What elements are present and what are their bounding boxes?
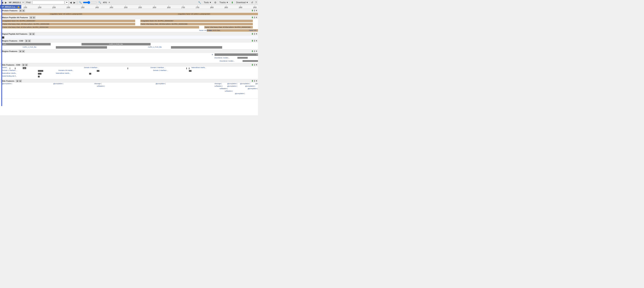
protein-nav-group: ◀ ▶ (19, 9, 25, 12)
domain-tick-1[interactable]: || (23, 67, 26, 69)
mature-bar-1a[interactable]: Coagulation factor VIII. /id=PRO_0000002… (2, 20, 135, 22)
mature-bar-2a[interactable]: Factor VIIIa heavy chain, 200 kDa isofor… (2, 23, 135, 25)
lock-icon: 🔒 (17, 5, 20, 8)
mature-bar-1b[interactable]: Coagulation factor VIII. /id=PRO_0000002… (140, 20, 253, 22)
accession-label: NP_000123.1 (8, 1, 22, 3)
domain1-ticks[interactable] (38, 70, 43, 72)
help-button[interactable]: ? (255, 1, 257, 4)
heterodimer-mid-ticks[interactable] (89, 73, 91, 75)
protein-info-icon[interactable]: ℹ (254, 9, 255, 12)
main-content: Protein Features ◀ ▶ ⬇ ℹ ✕ coagulation f… (0, 9, 258, 115)
mature-bar-3b[interactable]: Factor VIIIa heavy chain, 92 kDa isoform… (204, 26, 253, 28)
cur-bar[interactable]: CuR... (2, 43, 51, 45)
site-cdd-info-icon[interactable]: ℹ (254, 64, 255, 66)
ruler-tick-200: |200 (38, 5, 41, 8)
protein-prev-btn[interactable]: ◀ (19, 9, 22, 12)
region-cdd-prev-btn[interactable]: ◀ (25, 40, 28, 42)
region-cdd-close-icon[interactable]: ✕ (256, 40, 257, 42)
ruler-tick-550: |550 (138, 5, 142, 8)
mature-bar-3a-label: Factor VIIIa heavy chain, 92 kDa isoform… (2, 26, 49, 28)
site-cdd-download-icon[interactable]: ⬇ (252, 64, 253, 66)
gear-icon[interactable]: ⚙ (214, 1, 217, 4)
signal-close-icon[interactable]: ✕ (256, 33, 257, 35)
wrench-icon[interactable]: 🔧 (198, 1, 202, 4)
region-cdd-row2: CuRO_2_FUIII_like CuRO_4_FUIII_like (2, 46, 258, 49)
curo4-bar[interactable] (171, 46, 222, 49)
region-next-btn[interactable]: ▶ (22, 50, 25, 52)
refresh-button[interactable]: ↺ (250, 1, 254, 4)
zoom-slider[interactable] (83, 1, 97, 4)
curo2-bar[interactable] (56, 46, 107, 49)
glycosylation-4: glycosylation | (227, 83, 237, 85)
region-features-track: Region Features ◀ ▶ ⬇ ℹ ✕ B B (0, 49, 258, 63)
protein-bar-1[interactable]: coagulation factor VIII isoform a prepro… (2, 13, 258, 15)
region-info-icon[interactable]: ℹ (254, 50, 255, 52)
site-cdd-close-icon[interactable]: ✕ (256, 64, 257, 66)
site-cdd-next-btn[interactable]: ▶ (25, 64, 28, 66)
domain2-ticks[interactable] (189, 70, 192, 72)
toolbar-right: 🔧 Tools ▼ ⚙ Tracks ▼ ⬇ Download ▼ ↺ ? (198, 1, 257, 4)
region-cdd-next-btn[interactable]: ▶ (28, 40, 31, 42)
find-dropdown[interactable]: ▼ (65, 1, 68, 4)
metal-ticks[interactable] (38, 76, 40, 77)
curo3-bar[interactable]: CuRO_3_FUIII_like (82, 43, 150, 45)
dropdown-arrow[interactable]: ▼ (22, 1, 24, 3)
zoom-in-button[interactable]: 🔍 (78, 1, 82, 4)
protein-close-icon[interactable]: ✕ (256, 9, 257, 12)
mature-bar-2b[interactable]: Factor VIIIa heavy chain, 200 kDa isofor… (140, 23, 253, 25)
signal-next-btn[interactable]: ▶ (32, 33, 35, 35)
cleavage-2: cleavage | (214, 83, 222, 85)
nav-back-button[interactable]: ◀ (69, 1, 72, 4)
atg-button[interactable]: ATG (102, 1, 107, 4)
signal-info-icon[interactable]: ℹ (254, 33, 255, 35)
region-header-icons: ⬇ ℹ ✕ (252, 50, 257, 52)
sequence-ruler: NP_000123.1:p... 🔒 |150|200|250|300|350|… (0, 5, 258, 9)
site-cdd-prev-btn[interactable]: ◀ (22, 64, 25, 66)
mature-peptide-label: Mature Peptide AA Features (2, 16, 28, 18)
site-download-icon[interactable]: ⬇ (252, 80, 253, 82)
region-cdd-header: Region Features - CDD ◀ ▶ ⬇ ℹ ✕ (0, 39, 258, 43)
back-button[interactable]: ◀ (1, 1, 4, 4)
mature-info-icon[interactable]: ℹ (254, 16, 255, 19)
download-icon[interactable]: ⬇ (231, 1, 234, 4)
ruler-tick-950: |950 (253, 5, 256, 8)
download-menu-button[interactable]: Download ▼ (235, 1, 250, 4)
mature-prev-btn[interactable]: ◀ (30, 16, 32, 19)
mature-close-icon[interactable]: ✕ (256, 16, 257, 19)
mature-peptide-track: Mature Peptide AA Features ◀ ▶ ⬇ ℹ ✕ Coa… (0, 16, 258, 32)
config-button[interactable]: ≡ (108, 1, 110, 4)
protein-download-icon[interactable]: ⬇ (252, 9, 253, 12)
signal-prev-btn[interactable]: ◀ (29, 33, 32, 35)
tracks-menu-button[interactable]: Tracks ▼ (218, 1, 230, 4)
disordered-bar-1[interactable] (238, 57, 248, 59)
tools-menu-button[interactable]: Tools ▼ (203, 1, 213, 4)
site-close-icon[interactable]: ✕ (256, 80, 257, 82)
mature-header-icons: ⬇ ℹ ✕ (252, 16, 257, 19)
heterodimer-ticks[interactable] (38, 73, 42, 75)
signal-download-icon[interactable]: ⬇ (252, 33, 253, 35)
forward-button[interactable]: ▶ (4, 1, 8, 4)
mature-bar-3a[interactable]: Factor VIIIa heavy chain, 92 kDa isoform… (2, 26, 199, 28)
site-prev-btn[interactable]: ◀ (16, 80, 18, 82)
site-info-icon[interactable]: ℹ (254, 80, 255, 82)
toolbar: ◀ ▶ NP_000123.1 ▼ Find: ▼ ◀ ▶ 🔍 🔍 ATG ≡ … (0, 0, 258, 5)
nav-forward-button[interactable]: ▶ (73, 1, 76, 4)
region-download-icon[interactable]: ⬇ (252, 50, 253, 52)
disordered-bar-2[interactable] (242, 60, 258, 62)
protein-next-btn[interactable]: ▶ (22, 9, 25, 12)
b-bar[interactable] (214, 53, 258, 56)
zoom-out-button[interactable]: 🔍 (98, 1, 102, 4)
region-cdd-download-icon[interactable]: ⬇ (252, 40, 253, 42)
site-next-btn[interactable]: ▶ (19, 80, 22, 82)
mature-download-icon[interactable]: ⬇ (252, 16, 253, 19)
region-cdd-label: Region Features - CDD (2, 40, 24, 42)
region-cdd-info-icon[interactable]: ℹ (254, 40, 255, 42)
mature-peptide-header: Mature Peptide AA Features ◀ ▶ ⬇ ℹ ✕ (0, 16, 258, 19)
region-cdd-row1: CuR... CuRO_3_FUIII_like (2, 43, 258, 46)
mature-next-btn[interactable]: ▶ (32, 16, 36, 19)
region-prev-btn[interactable]: ◀ (19, 50, 22, 52)
find-input[interactable] (32, 1, 64, 4)
ruler-tick-600: |600 (153, 5, 156, 8)
domain34-ticks[interactable] (97, 70, 100, 72)
region-close-icon[interactable]: ✕ (256, 50, 257, 52)
